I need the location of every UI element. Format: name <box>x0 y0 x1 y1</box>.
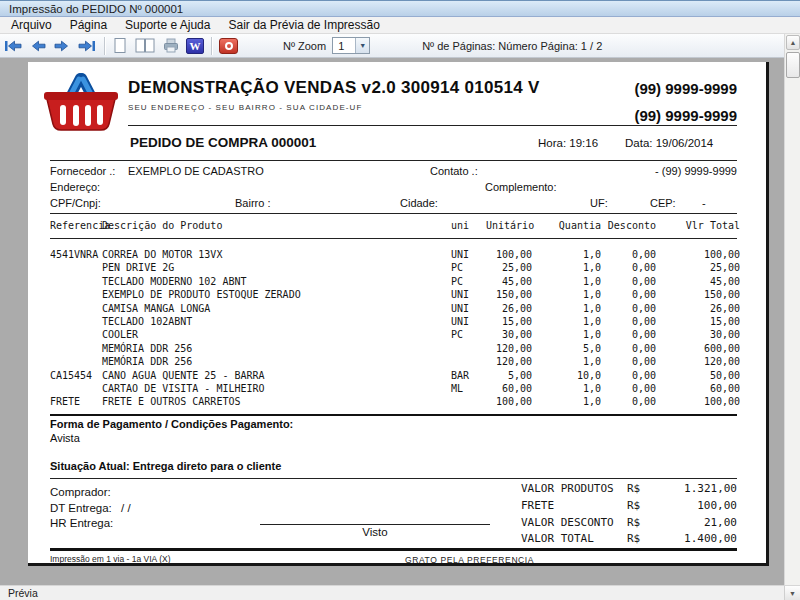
vertical-scrollbar[interactable]: ▲ <box>784 34 800 585</box>
item-vlr-total: 100,00 <box>656 395 740 408</box>
item-referencia: FRETE <box>50 395 102 408</box>
preview-workspace: DEMONSTRAÇÃO VENDAS v2.0 300914 010514 V… <box>0 58 784 585</box>
item-unitario: 60,00 <box>486 382 532 395</box>
item-descricao: TECLADO 102ABNT <box>102 315 448 328</box>
item-uni: PC <box>448 275 486 288</box>
fornecedor-label: Fornecedor .: <box>50 165 115 177</box>
item-quantia: 1,0 <box>532 395 601 408</box>
table-row: MEMÓRIA DDR 256 120,00 1,0 0,00 120,00 <box>50 355 737 368</box>
endereco-label: Endereço: <box>50 181 100 193</box>
item-referencia <box>50 288 102 301</box>
single-page-view-button[interactable] <box>109 35 131 57</box>
item-vlr-total: 60,00 <box>656 382 740 395</box>
table-row: TECLADO 102ABNT UNI 15,00 1,0 0,00 15,00 <box>50 315 737 328</box>
item-desconto: 0,00 <box>601 315 656 328</box>
prev-page-button[interactable] <box>26 35 50 57</box>
power-icon <box>219 38 238 54</box>
item-vlr-total: 150,00 <box>656 288 740 301</box>
item-descricao: CARTAO DE VISITA - MILHEIRO <box>102 382 448 395</box>
dt-entrega-value: / / <box>121 502 131 514</box>
items-header-row: Referencia Descrição do Produto uni Unit… <box>50 220 737 234</box>
payment-label: Forma de Pagamento / Condições Pagamento… <box>50 418 293 430</box>
table-row: FRETE FRETE E OUTROS CARRETOS 100,00 1,0… <box>50 395 737 408</box>
item-uni: ML <box>448 382 486 395</box>
frete-row: FRETE R$ 100,00 <box>521 498 737 515</box>
item-descricao: CANO AGUA QUENTE 25 - BARRA <box>102 369 448 382</box>
item-uni: BAR <box>448 369 486 382</box>
table-row: CAMISA MANGA LONGA UNI 26,00 1,0 0,00 26… <box>50 302 737 315</box>
item-quantia: 5,0 <box>532 342 601 355</box>
item-uni <box>448 355 486 368</box>
item-unitario: 100,00 <box>486 248 532 261</box>
menu-arquivo[interactable]: Arquivo <box>2 17 61 33</box>
cep-label: CEP: <box>650 197 676 209</box>
item-descricao: MEMÓRIA DDR 256 <box>102 342 448 355</box>
first-page-button[interactable] <box>0 35 26 57</box>
col-vlr-total: Vlr Total <box>656 220 740 234</box>
print-button[interactable] <box>159 35 183 57</box>
cidade-label: Cidade: <box>400 197 438 209</box>
col-quantia: Quantia <box>532 220 601 234</box>
col-unitario: Unitário <box>486 220 532 234</box>
scroll-up-icon[interactable]: ▲ <box>786 35 800 50</box>
single-page-icon <box>112 37 128 54</box>
zoom-select[interactable]: 1 ▼ <box>332 37 370 54</box>
order-time: Hora: 19:16 <box>538 137 598 149</box>
pages-info: Nº de Páginas: Número Página: 1 / 2 <box>422 40 602 52</box>
supplier-block: Fornecedor .: EXEMPLO DE CADASTRO Contat… <box>50 165 737 213</box>
printer-icon <box>162 37 180 54</box>
item-uni <box>448 395 486 408</box>
item-vlr-total: 50,00 <box>656 369 740 382</box>
toolbar-separator <box>104 37 105 55</box>
payment-value: Avista <box>50 432 293 444</box>
comprador-label: Comprador: <box>50 485 131 501</box>
menu-bar: Arquivo Página Suporte e Ajuda Sair da P… <box>0 17 800 34</box>
desconto-row: VALOR DESCONTO R$ 21,00 <box>521 515 737 532</box>
item-uni <box>448 342 486 355</box>
item-desconto: 0,00 <box>601 288 656 301</box>
item-desconto: 0,00 <box>601 302 656 315</box>
table-row: COOLER PC 30,00 1,0 0,00 30,00 <box>50 328 737 341</box>
items-table: Referencia Descrição do Produto uni Unit… <box>50 220 737 409</box>
via-note: Impressão em 1 via - 1a VIA (X) <box>50 554 170 564</box>
item-referencia <box>50 355 102 368</box>
menu-pagina[interactable]: Página <box>61 17 116 33</box>
first-page-icon <box>3 39 23 53</box>
title-bar[interactable]: Impressão do PEDIDO Nº 000001 <box>0 0 800 17</box>
contato-label: Contato .: <box>430 165 478 177</box>
chevron-down-icon[interactable]: ▼ <box>355 38 369 53</box>
header-divider <box>128 125 737 126</box>
page-bottom-divider <box>50 548 737 551</box>
bairro-label: Bairro : <box>235 197 270 209</box>
item-desconto: 0,00 <box>601 261 656 274</box>
item-quantia: 1,0 <box>532 248 601 261</box>
item-uni: UNI <box>448 288 486 301</box>
last-page-button[interactable] <box>74 35 100 57</box>
order-title: PEDIDO DE COMPRA 000001 <box>130 135 316 150</box>
item-desconto: 0,00 <box>601 248 656 261</box>
item-quantia: 1,0 <box>532 328 601 341</box>
close-preview-button[interactable] <box>216 35 241 57</box>
item-uni: PC <box>448 261 486 274</box>
export-word-button[interactable]: W <box>183 35 207 57</box>
scrollbar-thumb[interactable] <box>786 52 800 78</box>
totals-block: VALOR PRODUTOS R$ 1.321,00 FRETE R$ 100,… <box>521 481 737 548</box>
menu-sair-da-previa[interactable]: Sair da Prévia de Impressão <box>219 17 388 33</box>
item-unitario: 100,00 <box>486 395 532 408</box>
scroll-down-icon[interactable]: ▼ <box>784 586 800 600</box>
item-unitario: 15,00 <box>486 315 532 328</box>
toolbar: W Nº Zoom 1 ▼ Nº de Páginas: Número Pági… <box>0 34 784 58</box>
item-vlr-total: 45,00 <box>656 275 740 288</box>
menu-suporte-e-ajuda[interactable]: Suporte e Ajuda <box>116 17 219 33</box>
order-header: PEDIDO DE COMPRA 000001 Hora: 19:16 Data… <box>128 135 737 160</box>
two-page-view-button[interactable] <box>131 35 159 57</box>
item-vlr-total: 100,00 <box>656 248 740 261</box>
item-referencia <box>50 275 102 288</box>
table-row: EXEMPLO DE PRODUTO ESTOQUE ZERADO UNI 15… <box>50 288 737 301</box>
table-top-divider <box>50 213 737 214</box>
next-page-button[interactable] <box>50 35 74 57</box>
item-referencia <box>50 342 102 355</box>
zoom-label: Nº Zoom <box>283 40 326 52</box>
toolbar-separator <box>211 37 212 55</box>
item-quantia: 1,0 <box>532 355 601 368</box>
